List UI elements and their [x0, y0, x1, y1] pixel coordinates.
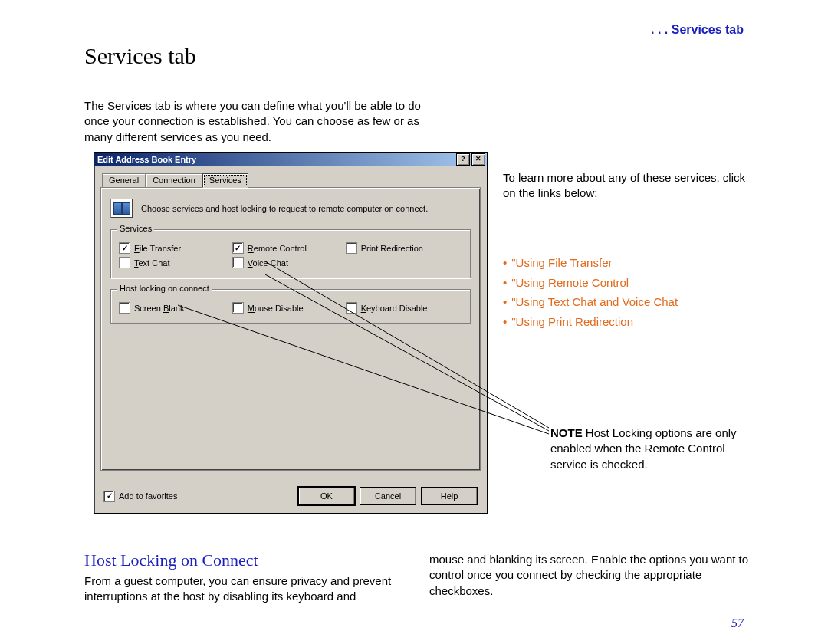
dialog-title: Edit Address Book Entry [97, 155, 196, 164]
checkbox-file-transfer[interactable]: FFile Transferile Transfer [119, 241, 232, 255]
services-icon [110, 199, 133, 219]
services-instruction: Choose services and host locking to requ… [141, 204, 428, 213]
checkbox-text-chat[interactable]: TText Chatext Chat [119, 255, 232, 270]
checkbox-print-redirection[interactable]: Print Redirection [346, 241, 459, 255]
groupbox-services: Services FFile Transferile Transfer RRem… [110, 229, 471, 278]
checkbox-icon [346, 302, 357, 314]
checkbox-add-to-favorites[interactable]: Add to favorites [104, 489, 177, 504]
dialog-help-button[interactable]: ? [456, 153, 470, 166]
learn-more-text: To learn more about any of these service… [503, 170, 748, 202]
note-label: NOTE [550, 426, 583, 439]
tab-services[interactable]: Services [202, 173, 248, 188]
note-block: NOTE Host Locking options are only enabl… [550, 426, 742, 472]
running-header: . . . Services tab [651, 23, 744, 37]
page-number: 57 [731, 616, 744, 630]
document-page: . . . Services tab Services tab The Serv… [0, 0, 828, 644]
checkbox-icon [119, 242, 130, 254]
intro-paragraph: The Services tab is where you can define… [84, 98, 422, 145]
checkbox-icon [119, 302, 130, 314]
checkbox-icon [232, 242, 244, 254]
link-remote-control[interactable]: •"Using Remote Control [503, 273, 748, 293]
checkbox-voice-chat[interactable]: VVoice Chatoice Chat [232, 255, 346, 270]
checkbox-icon [346, 242, 357, 254]
groupbox-services-legend: Services [117, 224, 154, 233]
checkbox-mouse-disable[interactable]: MMouse Disableouse Disable [232, 301, 346, 315]
checkbox-remote-control[interactable]: RRemote Controlemote Control [232, 241, 346, 255]
cancel-button[interactable]: Cancel [360, 487, 416, 505]
page-title: Services tab [84, 43, 196, 69]
body-paragraph-right: mouse and blanking its screen. Enable th… [429, 552, 751, 599]
checkbox-icon [119, 257, 130, 268]
link-file-transfer[interactable]: •"Using File Transfer [503, 253, 748, 273]
help-button[interactable]: Help [421, 487, 478, 505]
dialog-tabs: General Connection Services [102, 172, 481, 187]
dialog-body: General Connection Services Choose servi… [94, 166, 487, 513]
checkbox-icon [232, 302, 244, 314]
dialog-bottom-row: Add to favorites OK Cancel Help [104, 487, 478, 505]
link-text-voice-chat[interactable]: •"Using Text Chat and Voice Chat [503, 292, 748, 312]
link-print-redirection[interactable]: •"Using Print Redirection [503, 312, 748, 332]
tab-general[interactable]: General [102, 173, 146, 188]
groupbox-host-locking-legend: Host locking on connect [117, 284, 212, 293]
checkbox-keyboard-disable[interactable]: KKeyboard Disableeyboard Disable [346, 301, 459, 315]
dialog-titlebar[interactable]: Edit Address Book Entry ? ✕ [94, 153, 487, 166]
dialog-close-button[interactable]: ✕ [472, 153, 485, 166]
section-heading: Host Locking on Connect [84, 550, 258, 570]
dialog-edit-address-book: Edit Address Book Entry ? ✕ General Conn… [94, 152, 488, 514]
ok-button[interactable]: OK [298, 487, 355, 505]
checkbox-icon [104, 491, 115, 502]
checkbox-icon [232, 257, 244, 268]
groupbox-host-locking: Host locking on connect Screen BScreen B… [110, 289, 471, 324]
tab-connection[interactable]: Connection [146, 173, 202, 188]
tab-panel-services: Choose services and host locking to requ… [100, 187, 481, 471]
checkbox-screen-blank[interactable]: Screen BScreen Blanklank [119, 301, 232, 315]
links-list: •"Using File Transfer •"Using Remote Con… [503, 253, 748, 331]
body-paragraph-left: From a guest computer, you can ensure pr… [84, 573, 422, 605]
